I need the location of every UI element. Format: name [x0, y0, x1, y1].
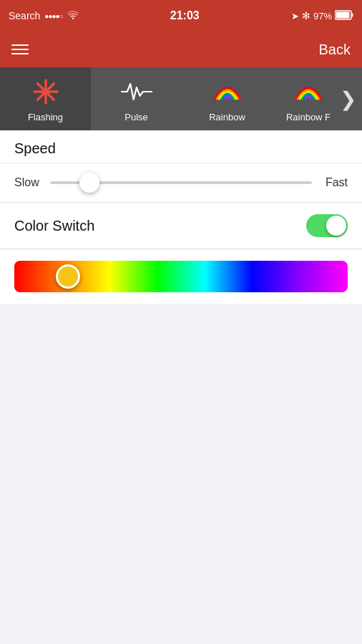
status-time: 21:03 [170, 9, 200, 22]
hamburger-menu-button[interactable] [11, 44, 29, 54]
content-area: Speed Slow Fast Color Switch [0, 130, 362, 304]
back-indicator: Search [9, 10, 40, 21]
color-switch-toggle[interactable] [306, 214, 348, 237]
location-icon: ➤ [291, 11, 299, 21]
tab-rainbow-f[interactable]: Rainbow F [273, 67, 344, 130]
rainbow-f-icon [293, 79, 324, 105]
tab-flashing-label: Flashing [28, 112, 63, 122]
speed-slider-container: Slow Fast [0, 163, 362, 202]
tabs-next-arrow[interactable]: ❯ [334, 87, 362, 111]
svg-rect-1 [336, 11, 349, 18]
svg-rect-2 [351, 13, 353, 16]
status-right: ➤ ✻ 97% [291, 10, 353, 22]
tabs-container: Flashing Pulse Rainbow [0, 67, 362, 130]
rainbow-icon-container [212, 76, 243, 107]
pulse-icon-container [121, 76, 152, 107]
color-switch-row: Color Switch [0, 203, 362, 249]
slow-label: Slow [14, 176, 40, 189]
back-button[interactable]: Back [319, 42, 351, 58]
speed-slider[interactable] [50, 181, 312, 184]
status-left: Search ●●●●○ [9, 10, 79, 21]
battery-icon [335, 10, 353, 22]
color-spectrum-knob[interactable] [56, 264, 80, 289]
tab-flashing[interactable]: Flashing [0, 67, 91, 130]
battery-percent: 97% [313, 11, 332, 21]
toggle-knob [326, 216, 346, 236]
status-bar: Search ●●●●○ 21:03 ➤ ✻ 97% [0, 0, 362, 32]
tab-pulse-label: Pulse [124, 112, 148, 122]
slider-row: Slow Fast [14, 176, 348, 189]
fast-label: Fast [322, 176, 348, 189]
wifi-icon [67, 10, 79, 21]
flashing-icon [30, 76, 62, 107]
speed-section: Speed Slow Fast [0, 130, 362, 203]
tab-rainbow-label: Rainbow [209, 112, 245, 122]
pulse-icon [121, 79, 152, 105]
nav-bar: Back [0, 32, 362, 67]
color-spectrum-track[interactable] [14, 261, 348, 292]
tab-rainbow[interactable]: Rainbow [182, 67, 273, 130]
signal-dots: ●●●●○ [44, 12, 62, 20]
flashing-icon-container [30, 76, 62, 107]
bluetooth-icon: ✻ [302, 10, 310, 21]
speed-title: Speed [0, 130, 362, 163]
rainbow-f-icon-container [293, 76, 324, 107]
tab-rainbow-f-label: Rainbow F [286, 112, 331, 122]
color-spectrum-container [0, 249, 362, 304]
tab-pulse[interactable]: Pulse [91, 67, 182, 130]
color-switch-label: Color Switch [14, 218, 94, 234]
rainbow-icon [212, 79, 243, 105]
